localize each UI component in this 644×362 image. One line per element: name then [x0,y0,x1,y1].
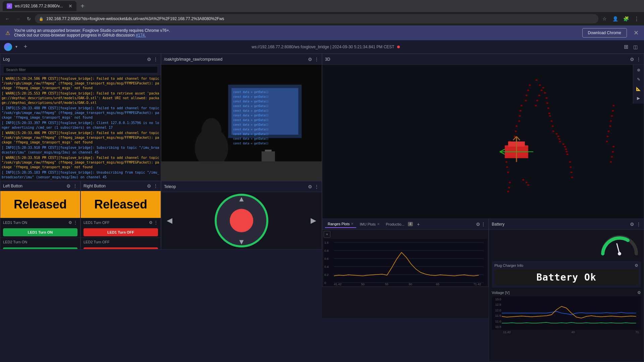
tab-close-icon[interactable]: ✕ [68,3,72,9]
refresh-button[interactable]: ↻ [24,14,34,23]
log-search-input[interactable] [3,66,158,73]
voltage-y-label-3: 12.0 [492,309,501,312]
new-tab-button[interactable]: + [78,1,87,11]
image-settings-icon[interactable]: ⚙ [308,57,312,62]
teleop-settings-icon[interactable]: ⚙ [308,184,312,189]
left-led2-on-button[interactable]: LED2 Turn ON [3,247,77,249]
ranges-tab-close[interactable]: ✕ [351,222,354,226]
plots-menu-icon[interactable]: ⋮ [481,222,486,227]
log-menu-icon[interactable]: ⋮ [153,57,158,62]
teleop-down-arrow[interactable]: ▼ [238,238,245,246]
plot-legend-btn[interactable]: ≡ [324,231,330,238]
warning-text-block: You're using an unsupported browser. Fox… [14,28,578,38]
log-line: [ INFO][5:20:33.910 PM CEST][foxglove_br… [2,145,159,155]
log-content: [ WARN][5:20:24.586 PM CEST][foxglove_br… [0,75,161,181]
right-led1-menu-icon[interactable]: ⋮ [154,220,158,225]
log-line: [ WARN][5:20:24.586 PM CEST][foxglove_br… [2,76,159,90]
plots-settings-icon[interactable]: ⚙ [476,222,480,227]
right-button-panel: Right Button ⚙ ⋮ Released LED1 Turn OFF … [80,181,161,249]
download-chrome-button[interactable]: Download Chrome [582,28,627,38]
browser-menu-button[interactable]: ⋮ [632,14,641,23]
bookmark-button[interactable]: ☆ [600,14,609,23]
led1-menu-icon[interactable]: ⋮ [73,220,77,225]
bottom-row: Left Button ⚙ ⋮ Released LED1 Turn ON ⚙ … [0,181,322,249]
left-led1-section: LED1 Turn ON ⚙ ⋮ [0,218,80,227]
3d-tool-1[interactable]: ⊕ [635,66,643,74]
joystick-inner [230,209,253,232]
teleop-right-arrow[interactable]: ▶ [311,216,316,225]
add-plot-tab-button[interactable]: + [415,221,422,228]
left-button-header: Left Button ⚙ ⋮ [0,181,80,191]
right-button-menu-icon[interactable]: ⋮ [153,183,158,189]
extensions-button[interactable]: 🧩 [621,14,631,23]
warning-main-text: You're using an unsupported browser. Fox… [14,28,170,33]
app-logo[interactable]: ▼ [4,43,18,51]
led1-settings-icon[interactable]: ⚙ [68,220,72,225]
tab-title: ws://192.168.77.2:8080/v... [15,4,63,8]
teleop-body: ▲ ◀ ▶ ▼ [161,192,322,249]
app-header: ▼ + ws://192.168.77.2:8080/ws foxglove_b… [0,40,644,54]
connection-status: ws://192.168.77.2:8080/ws foxglove_bridg… [30,45,621,49]
teleop-title: Teleop [164,184,306,189]
3d-tool-expand[interactable]: ▶ [635,94,643,102]
side-panel-button[interactable]: ◫ [631,42,640,52]
log-line: [ INFO][5:20:35.104 PM CEST][foxglove_br… [2,180,159,181]
profile-button[interactable]: 👤 [610,14,620,23]
battery-ok-text: Battery Ok [536,272,596,283]
right-button-header: Right Button ⚙ ⋮ [81,181,161,191]
left-led2-section: LED2 Turn ON [0,238,80,246]
layout-button[interactable]: ⊞ [621,42,631,52]
ranges-plot-canvas [324,239,487,286]
svg-point-1 [618,252,621,255]
3d-tool-2[interactable]: ✎ [635,75,643,83]
warning-close-icon[interactable]: ✕ [634,29,639,37]
browser-toolbar: ← → ↻ 🔒 192.168.77.2:8080/?ds=foxglove-w… [0,12,644,25]
left-button-title: Left Button [3,184,64,188]
teleop-panel: Teleop ⚙ ⋮ ▲ ◀ ▶ ▼ [161,181,322,249]
image-panel: /oak/rgb/image_raw/compressed ⚙ ⋮ [161,54,322,181]
address-bar[interactable]: 🔒 192.168.77.2:8080/?ds=foxglove-websock… [35,14,598,23]
3d-tool-3[interactable]: 📐 [635,85,643,93]
imu-tab[interactable]: IMU Plots ✕ [357,221,382,228]
log-settings-icon[interactable]: ⚙ [147,57,151,62]
browser-chrome: F ws://192.168.77.2:8080/v... ✕ + ← → ↻ … [0,0,644,25]
left-button-menu-icon[interactable]: ⋮ [73,183,77,189]
image-panel-header: /oak/rgb/image_raw/compressed ⚙ ⋮ [161,54,322,65]
right-led1-settings-icon[interactable]: ⚙ [149,220,153,225]
add-panel-button[interactable]: + [21,42,30,52]
right-led2-section: LED2 Turn OFF [81,238,161,246]
right-led1-label: LED1 Turn OFF [84,221,110,225]
production-tab[interactable]: Productio... [383,221,407,228]
battery-settings-icon[interactable]: ⚙ [630,222,634,227]
warning-link[interactable]: #174. [136,33,146,38]
3d-title: 3D [325,57,628,62]
imu-tab-close[interactable]: ✕ [377,222,380,226]
back-button[interactable]: ← [3,14,12,23]
voltage-x-3: 71. [635,330,640,334]
right-led1-off-button[interactable]: LED1 Turn OFF [84,228,158,236]
left-led1-on-button[interactable]: LED1 Turn ON [3,228,77,236]
right-led2-off-button[interactable]: LED2 Turn OFF [84,247,158,249]
plots-panel: Ranges Plots ✕ IMU Plots ✕ Productio... … [322,219,489,287]
plots-body: ≡ [322,230,488,287]
3d-menu-icon[interactable]: ⋮ [636,57,641,62]
ranges-tab[interactable]: Ranges Plots ✕ [325,221,356,228]
log-panel-header: Log ⚙ ⋮ [0,54,161,65]
right-button-title: Right Button [84,184,145,188]
battery-menu-icon[interactable]: ⋮ [636,222,641,227]
teleop-header: Teleop ⚙ ⋮ [161,181,322,192]
right-button-settings-icon[interactable]: ⚙ [147,183,151,189]
left-button-settings-icon[interactable]: ⚙ [66,183,71,189]
right-led1-icons: ⚙ ⋮ [149,220,158,225]
teleop-up-arrow[interactable]: ▲ [238,195,245,203]
teleop-left-arrow[interactable]: ◀ [167,216,172,225]
teleop-menu-icon[interactable]: ⋮ [314,184,319,189]
active-tab[interactable]: F ws://192.168.77.2:8080/v... ✕ [3,1,76,11]
voltage-settings[interactable]: ⚙ [637,290,641,295]
plug-info-settings[interactable]: ⚙ [635,263,638,268]
3d-settings-icon[interactable]: ⚙ [630,57,634,62]
voltage-section: Voltage [V] ⚙ 13.0 12.5 12.0 11.5 11.0 1… [492,290,641,359]
log-line: [ INFO][5:20:33.397 PM CEST][foxglove_br… [2,121,159,130]
image-menu-icon[interactable]: ⋮ [314,57,319,62]
forward-button[interactable]: → [13,14,23,23]
